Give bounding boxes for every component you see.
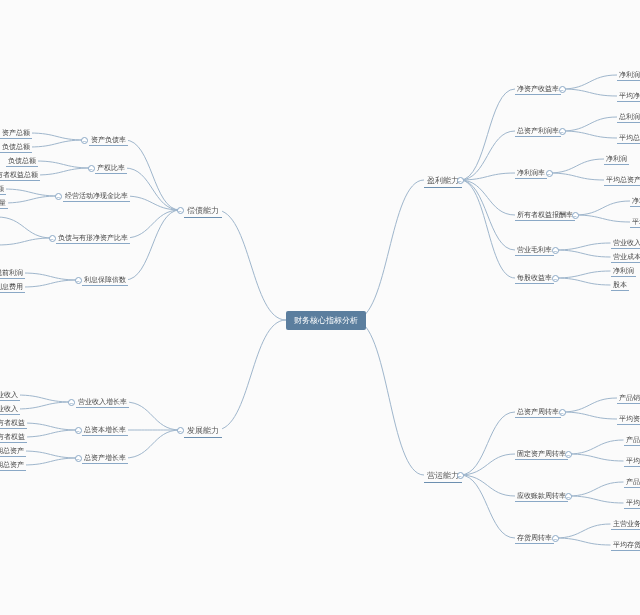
node-净资产收益率[interactable]: 净资产收益率 — [515, 84, 561, 95]
root-node[interactable]: 财务核心指标分析 — [286, 311, 366, 330]
node-营业毛利率[interactable]: 营业毛利率 — [515, 245, 554, 256]
node-经营活动净现金比率-toggle[interactable]: − — [55, 193, 62, 200]
node-总资产周转率[interactable]: 总资产周转率 — [515, 407, 561, 418]
node-产品销售收入[interactable]: 产品销售收入 — [624, 435, 641, 446]
node-本期总资产[interactable]: 本期总资产 — [0, 446, 26, 457]
node-负债与有形净资产比率[interactable]: 负债与有形净资产比率 — [56, 233, 130, 244]
node-存货周转率[interactable]: 存货周转率 — [515, 533, 554, 544]
node-利息保障倍数[interactable]: 利息保障倍数 — [82, 275, 128, 286]
node-应收账款周转率[interactable]: 应收账款周转率 — [515, 491, 568, 502]
node-主营业务成本[interactable]: 主营业务成本 — [611, 519, 641, 530]
node-营业收入增长率[interactable]: 营业收入增长率 — [76, 397, 129, 408]
node-负债总额[interactable]: 负债总额 — [0, 184, 6, 195]
node-利息费用[interactable]: 利息费用 — [0, 282, 25, 293]
node-总资本增长率-toggle[interactable]: − — [75, 427, 82, 434]
node-应收账款周转率-toggle[interactable]: − — [565, 493, 572, 500]
node-资产总额[interactable]: 资产总额 — [0, 128, 32, 139]
node-产权比率[interactable]: 产权比率 — [95, 163, 127, 174]
node-所有者权益报酬率[interactable]: 所有者权益报酬率 — [515, 210, 575, 221]
node-平均净资产[interactable]: 平均净资产 — [617, 91, 640, 102]
node-总资产增长率-toggle[interactable]: − — [75, 455, 82, 462]
node-每股收益率[interactable]: 每股收益率 — [515, 273, 554, 284]
branch-solvency[interactable]: 偿债能力 — [184, 205, 222, 218]
node-负债总额[interactable]: 负债总额 — [0, 142, 32, 153]
branch-solvency-toggle[interactable]: − — [177, 207, 184, 214]
branch-growth[interactable]: 发展能力 — [184, 425, 222, 438]
node-产品销售收入[interactable]: 产品销售收入 — [617, 393, 640, 404]
node-资产负债率[interactable]: 资产负债率 — [89, 135, 128, 146]
node-上期所有者权益[interactable]: 上期所有者权益 — [0, 432, 27, 443]
branch-growth-toggle[interactable]: − — [177, 427, 184, 434]
mindmap-canvas[interactable]: 财务核心指标分析偿债能力−资产负债率−资产总额负债总额产权比率−负债总额所有者权… — [0, 0, 640, 615]
branch-profit-toggle[interactable]: − — [457, 177, 464, 184]
node-平均总资产[interactable]: 平均总资产 — [617, 133, 640, 144]
node-产品销售收入[interactable]: 产品销售收入 — [624, 477, 641, 488]
node-净资产收益率-toggle[interactable]: − — [559, 86, 566, 93]
node-平均存货成本[interactable]: 平均存货成本 — [611, 540, 641, 551]
node-总资产利润率-toggle[interactable]: − — [559, 128, 566, 135]
node-上期总资产[interactable]: 上期总资产 — [0, 460, 26, 471]
node-经营活动净现金流量[interactable]: 经营活动净现金流量 — [0, 198, 8, 209]
node-负债总额[interactable]: 负债总额 — [6, 156, 38, 167]
node-平均固定资产总额[interactable]: 平均固定资产总额 — [624, 456, 641, 467]
node-营业毛利率-toggle[interactable]: − — [552, 247, 559, 254]
node-净利润率[interactable]: 净利润率 — [515, 168, 547, 179]
node-存货周转率-toggle[interactable]: − — [552, 535, 559, 542]
node-经营活动净现金比率[interactable]: 经营活动净现金比率 — [63, 191, 130, 202]
node-固定资产周转率[interactable]: 固定资产周转率 — [515, 449, 568, 460]
node-股本[interactable]: 股本 — [611, 280, 629, 291]
node-负债与有形净资产比率-toggle[interactable]: − — [49, 235, 56, 242]
node-营业收入增长率-toggle[interactable]: − — [68, 399, 75, 406]
node-净利润[interactable]: 净利润 — [611, 266, 636, 277]
node-净利润率-toggle[interactable]: − — [546, 170, 553, 177]
node-本期营业收入[interactable]: 本期营业收入 — [0, 390, 20, 401]
branch-operate-toggle[interactable]: − — [457, 472, 464, 479]
node-利息保障倍数-toggle[interactable]: − — [75, 277, 82, 284]
node-净利润[interactable]: 净利润 — [630, 196, 640, 207]
node-产权比率-toggle[interactable]: − — [88, 165, 95, 172]
node-平均总资产[interactable]: 平均总资产 — [604, 175, 640, 186]
node-平均应收账款总额[interactable]: 平均应收账款总额 — [624, 498, 641, 509]
node-上期营业收入[interactable]: 上期营业收入 — [0, 404, 20, 415]
node-固定资产周转率-toggle[interactable]: − — [565, 451, 572, 458]
node-每股收益率-toggle[interactable]: − — [552, 275, 559, 282]
node-总资产周转率-toggle[interactable]: − — [559, 409, 566, 416]
node-税前利润[interactable]: 税前利润 — [0, 268, 25, 279]
node-资产负债率-toggle[interactable]: − — [81, 137, 88, 144]
node-净利润[interactable]: 净利润 — [604, 154, 629, 165]
node-本期所有者权益[interactable]: 本期所有者权益 — [0, 418, 27, 429]
node-营业收入[interactable]: 营业收入 — [611, 238, 641, 249]
node-营业成本[interactable]: 营业成本 — [611, 252, 641, 263]
node-总资产利润率[interactable]: 总资产利润率 — [515, 126, 561, 137]
node-所有者权益总额[interactable]: 所有者权益总额 — [0, 170, 40, 181]
node-总资本增长率[interactable]: 总资本增长率 — [82, 425, 128, 436]
node-所有者权益报酬率-toggle[interactable]: − — [572, 212, 579, 219]
node-总利润[interactable]: 总利润 — [617, 112, 640, 123]
node-总资产增长率[interactable]: 总资产增长率 — [82, 453, 128, 464]
node-平均资产总额[interactable]: 平均资产总额 — [617, 414, 640, 425]
node-平均所有者权益[interactable]: 平均所有者权益 — [630, 217, 640, 228]
node-净利润[interactable]: 净利润 — [617, 70, 640, 81]
